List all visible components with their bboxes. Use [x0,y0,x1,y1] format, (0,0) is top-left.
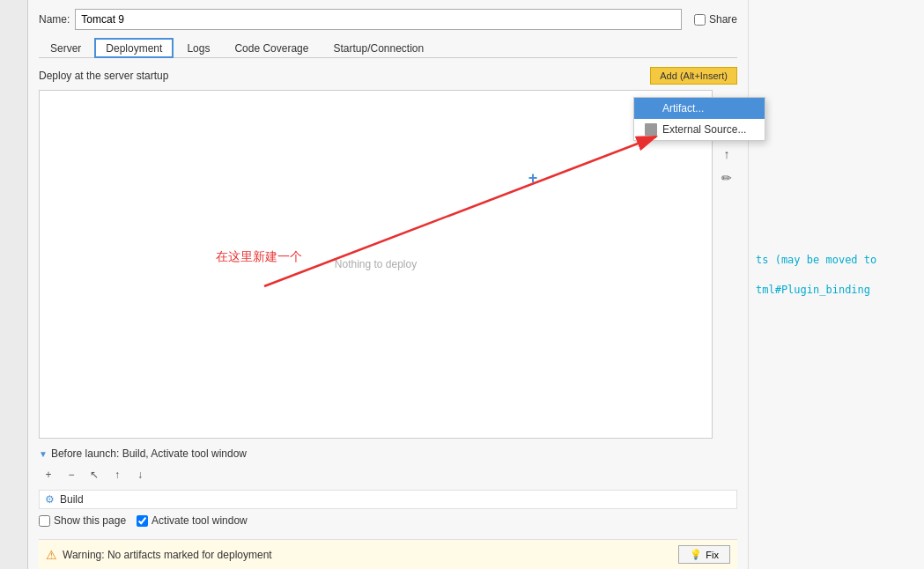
tab-startup[interactable]: Startup/Connection [322,38,435,58]
fix-button[interactable]: 💡 Fix [678,545,730,564]
right-sidebar: ts (may be moved to tml#Plugin_binding [748,0,924,569]
bottom-options: Show this page Activate tool window [39,514,737,527]
right-code-area: ts (may be moved to [756,254,917,266]
artifact-icon [645,102,657,115]
add-button[interactable]: Add (Alt+Insert) [650,67,737,85]
launch-remove-button[interactable]: − [62,465,81,484]
warning-bar: ⚠ Warning: No artifacts marked for deplo… [39,539,737,569]
deploy-section: Deploy at the server startup Add (Alt+In… [39,67,737,569]
dropdown-menu: Artifact... External Source... [633,97,765,141]
dropdown-external[interactable]: External Source... [634,119,765,140]
tab-logs[interactable]: Logs [175,38,221,58]
annotation-text: 在这里新建一个 [216,249,302,265]
before-launch-label: Before launch: Build, Activate tool wind… [51,447,247,460]
side-buttons: + ↓ ↑ ✏ [716,90,737,439]
left-sidebar [0,0,28,569]
deploy-list: Nothing to deploy 在这里新建一个 [39,90,713,439]
build-icon: ⚙ [45,493,55,506]
tabs-row: Server Deployment Logs Code Coverage Sta… [39,37,737,58]
activate-tool-checkbox[interactable] [137,515,148,527]
show-page-checkbox[interactable] [39,515,50,527]
artifact-label: Artifact... [662,102,704,115]
warning-icon: ⚠ [46,548,57,562]
build-row: ⚙ Build [39,490,737,509]
plus-icon-button[interactable]: + [522,167,543,188]
content-area: Name: Share Server Deployment Logs Code … [28,0,748,569]
launch-down-button[interactable]: ↓ [130,465,150,484]
launch-prev-button[interactable]: ↖ [85,465,104,484]
name-input[interactable] [75,9,682,30]
external-icon [645,123,657,136]
fix-label: Fix [706,550,719,560]
warning-text: Warning: No artifacts marked for deploym… [63,549,272,561]
name-row: Name: Share [39,9,737,30]
external-label: External Source... [662,123,746,136]
launch-up-button[interactable]: ↑ [107,465,127,484]
before-launch: ▼ Before launch: Build, Activate tool wi… [39,447,737,532]
name-label: Name: [39,13,70,26]
collapse-icon: ▼ [39,449,48,459]
warning-content: ⚠ Warning: No artifacts marked for deplo… [46,548,272,562]
share-label: Share [709,13,737,26]
add-btn-area: + [522,167,543,188]
fix-icon: 💡 [690,549,702,560]
before-launch-header: ▼ Before launch: Build, Activate tool wi… [39,447,737,460]
tab-server[interactable]: Server [39,38,92,58]
deploy-header: Deploy at the server startup Add (Alt+In… [39,67,737,85]
show-page-label: Show this page [54,514,126,527]
deploy-label: Deploy at the server startup [39,70,168,82]
deploy-list-container: Nothing to deploy 在这里新建一个 + ↓ ↑ ✏ [39,90,737,439]
right-code-area2: tml#Plugin_binding [756,284,917,296]
launch-buttons: + − ↖ ↑ ↓ [39,465,737,484]
share-checkbox[interactable] [694,14,706,26]
move-up-button[interactable]: ↑ [716,144,737,165]
nothing-to-deploy-text: Nothing to deploy [335,258,417,270]
tab-code-coverage[interactable]: Code Coverage [223,38,320,58]
launch-add-button[interactable]: + [39,465,58,484]
activate-tool-label: Activate tool window [152,514,248,527]
activate-tool-option: Activate tool window [137,514,248,527]
edit-button[interactable]: ✏ [716,167,737,188]
show-page-option: Show this page [39,514,126,527]
tab-deployment[interactable]: Deployment [94,38,174,58]
build-label: Build [60,493,84,506]
share-area: Share [694,13,737,26]
main-container: Name: Share Server Deployment Logs Code … [0,0,924,569]
dropdown-artifact[interactable]: Artifact... [634,98,765,119]
